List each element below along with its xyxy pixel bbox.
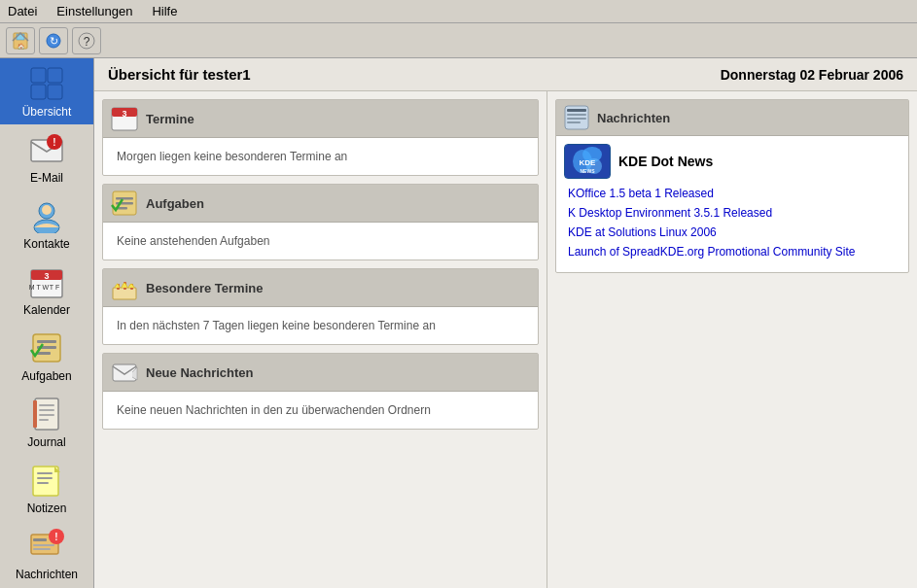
- kde-logo: KDE NEWS: [564, 144, 611, 179]
- svg-rect-47: [116, 197, 133, 200]
- svg-rect-29: [39, 409, 54, 411]
- besondere-termine-icon: [111, 274, 138, 301]
- kalender-icon: 3 M T W T F: [27, 262, 66, 301]
- neue-nachrichten-card: Neue Nachrichten Keine neuen Nachrichten…: [102, 353, 539, 430]
- sidebar-item-journal[interactable]: Journal: [0, 389, 94, 455]
- menu-datei[interactable]: Datei: [4, 2, 41, 20]
- sidebar-item-notizen[interactable]: Notizen: [0, 455, 94, 521]
- svg-text:3: 3: [44, 271, 49, 281]
- news-link-3[interactable]: Launch of SpreadKDE.org Promotional Comm…: [568, 245, 897, 259]
- neue-nachrichten-icon: [111, 359, 138, 386]
- aufgaben-icon: [27, 329, 66, 367]
- svg-rect-7: [31, 68, 46, 83]
- page-title: Übersicht für tester1: [108, 66, 251, 83]
- right-column: Nachrichten KDE NEWS: [547, 91, 917, 588]
- content-columns: 3 Termine Morgen liegen keine besonderen…: [94, 91, 917, 588]
- aufgaben-section-icon: [111, 190, 138, 217]
- svg-rect-33: [37, 472, 53, 474]
- svg-rect-45: [114, 118, 135, 129]
- termine-card: 3 Termine Morgen liegen keine besonderen…: [102, 99, 539, 176]
- svg-rect-9: [31, 85, 46, 99]
- news-link-0[interactable]: KOffice 1.5 beta 1 Released: [568, 187, 897, 200]
- svg-text:↻: ↻: [50, 35, 58, 47]
- sidebar-item-email[interactable]: ! E-Mail: [0, 124, 94, 190]
- notizen-icon: [27, 461, 66, 500]
- refresh-icon: ↻: [44, 31, 63, 51]
- svg-rect-34: [37, 477, 53, 479]
- svg-rect-58: [567, 118, 586, 120]
- svg-text:!: !: [53, 137, 55, 148]
- svg-rect-38: [33, 544, 54, 546]
- menubar: Datei Einstellungen Hilfe: [0, 0, 917, 23]
- content-header: Übersicht für tester1 Donnerstag 02 Febr…: [94, 58, 917, 91]
- toolbar: 🏠 ↻ ?: [0, 23, 917, 58]
- sidebar-item-kontakte[interactable]: Kontakte: [0, 190, 94, 257]
- besondere-termine-header: Besondere Termine: [103, 269, 538, 307]
- svg-rect-39: [33, 548, 51, 550]
- sidebar-label-notizen: Notizen: [27, 502, 67, 515]
- svg-text:NEWS: NEWS: [581, 168, 596, 174]
- termine-body: Morgen liegen keine besonderen Termine a…: [103, 138, 538, 175]
- news-links: KOffice 1.5 beta 1 Released K Desktop En…: [564, 187, 900, 259]
- aufgaben-body: Keine anstehenden Aufgaben: [103, 223, 538, 259]
- neue-nachrichten-body: Keine neuen Nachrichten in den zu überwa…: [103, 392, 538, 429]
- help-button[interactable]: ?: [72, 27, 101, 54]
- svg-rect-28: [39, 404, 54, 406]
- termine-icon: 3: [111, 105, 138, 132]
- news-card: Nachrichten KDE NEWS: [555, 99, 909, 273]
- besondere-termine-card: Besondere Termine In den nächsten 7 Tage…: [102, 268, 539, 345]
- svg-rect-56: [567, 109, 586, 112]
- sidebar-label-journal: Journal: [27, 435, 65, 449]
- news-header: Nachrichten: [556, 100, 908, 136]
- termine-header: 3 Termine: [103, 100, 538, 138]
- home-button[interactable]: 🏠: [6, 27, 35, 54]
- svg-rect-23: [37, 340, 56, 343]
- svg-text:!: !: [54, 532, 57, 542]
- news-link-2[interactable]: KDE at Solutions Linux 2006: [568, 225, 897, 239]
- email-icon: !: [27, 130, 66, 169]
- svg-rect-27: [33, 400, 37, 428]
- help-icon: ?: [77, 31, 96, 51]
- svg-text:M T W: M T W: [29, 284, 50, 291]
- sidebar-label-aufgaben: Aufgaben: [21, 369, 71, 383]
- termine-title: Termine: [146, 112, 194, 126]
- left-column: 3 Termine Morgen liegen keine besonderen…: [94, 91, 547, 588]
- svg-rect-25: [37, 352, 51, 355]
- sidebar-label-email: E-Mail: [30, 171, 63, 185]
- neue-nachrichten-title: Neue Nachrichten: [146, 365, 254, 380]
- sidebar-item-aufgaben[interactable]: Aufgaben: [0, 323, 94, 389]
- svg-rect-35: [37, 482, 49, 484]
- news-link-1[interactable]: K Desktop Environment 3.5.1 Released: [568, 206, 897, 220]
- sidebar-label-kontakte: Kontakte: [23, 237, 69, 251]
- menu-einstellungen[interactable]: Einstellungen: [53, 2, 136, 20]
- svg-point-16: [42, 205, 52, 215]
- news-section-icon: [564, 105, 589, 130]
- svg-text:KDE: KDE: [580, 158, 597, 167]
- svg-text:T F: T F: [50, 284, 59, 291]
- besondere-termine-body: In den nächsten 7 Tagen liegen keine bes…: [103, 307, 538, 344]
- news-source-name: KDE Dot News: [618, 154, 713, 169]
- content-area: Übersicht für tester1 Donnerstag 02 Febr…: [94, 58, 917, 588]
- sidebar-item-nachrichten[interactable]: ! Nachrichten: [0, 521, 94, 587]
- contacts-icon: [27, 196, 66, 235]
- main-container: Übersicht ! E-Mail: [0, 58, 917, 588]
- journal-icon: [27, 395, 66, 433]
- svg-rect-8: [48, 68, 62, 83]
- aufgaben-section-title: Aufgaben: [146, 196, 204, 211]
- refresh-button[interactable]: ↻: [39, 27, 68, 54]
- menu-hilfe[interactable]: Hilfe: [148, 2, 181, 20]
- aufgaben-header: Aufgaben: [103, 185, 538, 223]
- svg-rect-31: [39, 419, 49, 421]
- news-body: KDE NEWS KDE Dot News KOffice 1.5 beta 1…: [556, 136, 908, 272]
- sidebar-item-uebersicht[interactable]: Übersicht: [0, 58, 94, 124]
- besondere-termine-title: Besondere Termine: [146, 281, 263, 295]
- neue-nachrichten-header: Neue Nachrichten: [103, 354, 538, 392]
- sidebar-item-kalender[interactable]: 3 M T W T F Kalender: [0, 257, 94, 323]
- news-source: KDE NEWS KDE Dot News: [564, 144, 900, 179]
- overview-icon: [27, 64, 66, 103]
- home-icon: 🏠: [11, 31, 30, 51]
- svg-text:🏠: 🏠: [18, 43, 25, 51]
- header-date: Donnerstag 02 Februar 2006: [721, 67, 903, 83]
- aufgaben-card: Aufgaben Keine anstehenden Aufgaben: [102, 184, 539, 260]
- sidebar-label-kalender: Kalender: [23, 303, 70, 317]
